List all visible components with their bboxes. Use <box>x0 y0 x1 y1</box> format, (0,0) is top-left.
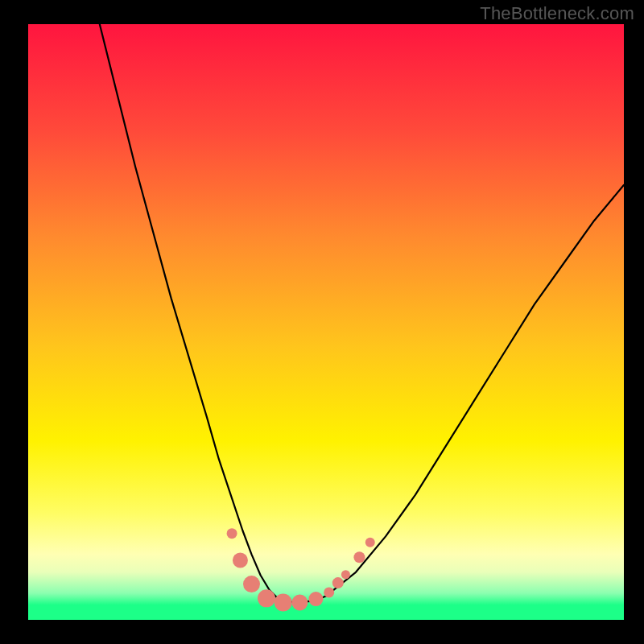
chart-svg <box>28 24 624 620</box>
accent-marker <box>291 595 308 611</box>
accent-marker <box>353 551 365 563</box>
chart-frame: TheBottleneck.com <box>0 0 644 644</box>
accent-marker <box>332 577 344 588</box>
plot-area <box>28 24 624 620</box>
accent-marker <box>233 553 248 568</box>
accent-marker <box>227 528 237 539</box>
curve-path <box>100 24 624 602</box>
accent-marker <box>308 592 323 606</box>
accent-marker <box>341 570 350 579</box>
accent-marker <box>275 594 292 612</box>
accent-marker <box>365 538 375 547</box>
accent-marker <box>243 576 260 592</box>
accent-marker <box>324 587 334 597</box>
accent-marker <box>258 589 275 607</box>
watermark-text: TheBottleneck.com <box>480 3 634 24</box>
